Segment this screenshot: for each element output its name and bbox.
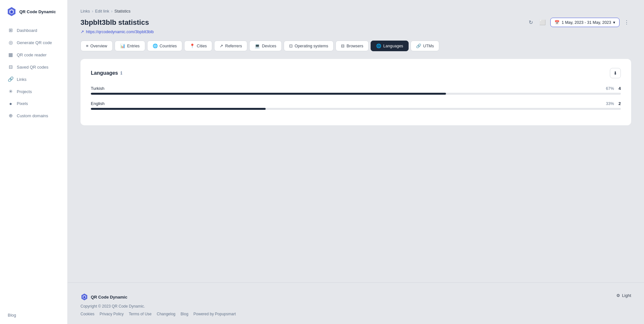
footer-link-changelog[interactable]: Changelog (157, 312, 175, 316)
sidebar-item-blog[interactable]: Blog (0, 306, 67, 324)
language-name: English (91, 101, 105, 106)
footer-logo-icon (80, 293, 88, 301)
footer-link-popupsmart[interactable]: Powered by Popupsmart (194, 312, 236, 316)
statistics-tabs: ≡ Overview 📊 Entries 🌐 Countries 📍 Citie… (80, 41, 631, 51)
theme-toggle-button[interactable]: ⚙ Light (616, 293, 631, 298)
sidebar-item-custom-domains[interactable]: ⊕ Custom domains (4, 110, 63, 121)
sidebar-logo-text: QR Code Dynamic (19, 9, 56, 14)
tab-referrers[interactable]: ↗ Referrers (214, 41, 247, 51)
browsers-icon: ⊟ (341, 43, 345, 48)
overview-icon: ≡ (86, 43, 89, 48)
tab-browsers-label: Browsers (346, 44, 363, 48)
tab-devices[interactable]: 💻 Devices (249, 41, 281, 51)
tab-overview-label: Overview (90, 44, 107, 48)
info-icon[interactable]: ℹ (120, 71, 122, 76)
footer-brand-text: QR Code Dynamic (91, 295, 127, 300)
utms-icon: 🔗 (416, 43, 421, 48)
header-actions: ↻ ⬜ 📅 1 May, 2023 - 31 May, 2023 ▾ ⋮ (527, 17, 631, 27)
language-bar-background (91, 93, 621, 95)
language-percent: 33% (606, 101, 614, 106)
tab-operating-systems-label: Operating systems (295, 44, 328, 48)
page-header: 3bpblt3blb statistics ↻ ⬜ 📅 1 May, 2023 … (80, 17, 631, 27)
logo-icon (6, 6, 17, 17)
sidebar-item-label: Links (17, 77, 26, 82)
tab-devices-label: Devices (262, 44, 276, 48)
tab-languages-label: Languages (383, 44, 403, 48)
dashboard-icon: ⊞ (8, 27, 14, 33)
sidebar-item-dashboard[interactable]: ⊞ Dashboard (4, 24, 63, 36)
theme-icon: ⚙ (616, 293, 620, 298)
theme-label: Light (622, 293, 631, 298)
referrers-icon: ↗ (220, 43, 223, 48)
chevron-down-icon: ▾ (613, 20, 615, 25)
languages-card: Languages ℹ ⬇ Turkish 67% 4 (80, 59, 631, 125)
tab-utms-label: UTMs (423, 44, 434, 48)
tab-cities[interactable]: 📍 Cities (184, 41, 212, 51)
language-bar-fill (91, 108, 266, 110)
footer-link-cookies[interactable]: Cookies (80, 312, 94, 316)
tab-referrers-label: Referrers (225, 44, 242, 48)
footer-links: Cookies Privacy Policy Terms of Use Chan… (80, 312, 236, 316)
card-title-text: Languages (91, 70, 118, 76)
breadcrumb-edit-link[interactable]: Edit link (95, 9, 109, 14)
entries-icon: 📊 (120, 43, 125, 48)
tab-operating-systems[interactable]: ⊡ Operating systems (284, 41, 334, 51)
footer-top: QR Code Dynamic Copyright © 2023 QR Code… (80, 293, 631, 316)
calendar-icon: 📅 (554, 20, 560, 25)
projects-icon: ✳ (8, 89, 14, 94)
footer-link-privacy[interactable]: Privacy Policy (99, 312, 124, 316)
tab-browsers[interactable]: ⊟ Browsers (336, 41, 369, 51)
sidebar-item-label: Custom domains (17, 113, 48, 118)
page-url-link[interactable]: ↗ https://qrcodedynamic.com/3bpblt3blb (80, 29, 631, 34)
tab-cities-label: Cities (197, 44, 207, 48)
sidebar: QR Code Dynamic ⊞ Dashboard ◎ Generate Q… (0, 0, 68, 324)
tab-countries-label: Countries (160, 44, 177, 48)
breadcrumb-sep-1: › (92, 9, 93, 14)
sidebar-item-links[interactable]: 🔗 Links (4, 73, 63, 85)
footer-brand: QR Code Dynamic (80, 293, 236, 301)
language-bar-fill (91, 93, 446, 95)
card-title: Languages ℹ (91, 70, 122, 76)
footer-link-terms[interactable]: Terms of Use (129, 312, 152, 316)
tab-countries[interactable]: 🌐 Countries (147, 41, 183, 51)
date-range-button[interactable]: 📅 1 May, 2023 - 31 May, 2023 ▾ (550, 18, 620, 27)
sidebar-item-generate-qr[interactable]: ◎ Generate QR code (4, 37, 63, 48)
refresh-button[interactable]: ↻ (527, 17, 535, 27)
tab-entries[interactable]: 📊 Entries (115, 41, 145, 51)
tab-overview[interactable]: ≡ Overview (80, 41, 113, 51)
breadcrumb: Links › Edit link › Statistics (80, 9, 631, 14)
language-bar-background (91, 108, 621, 110)
pixels-icon: ● (8, 101, 14, 106)
sidebar-item-qr-reader[interactable]: ▦ QR code reader (4, 49, 63, 61)
page-url-text: https://qrcodedynamic.com/3bpblt3blb (86, 30, 154, 34)
sidebar-item-label: Pixels (17, 101, 28, 106)
language-row-header: English 33% 2 (91, 101, 621, 106)
sidebar-navigation: ⊞ Dashboard ◎ Generate QR code ▦ QR code… (0, 24, 67, 306)
sidebar-item-projects[interactable]: ✳ Projects (4, 86, 63, 97)
breadcrumb-sep-2: › (111, 9, 112, 14)
language-row-header: Turkish 67% 4 (91, 86, 621, 91)
date-range-label: 1 May, 2023 - 31 May, 2023 (562, 20, 611, 25)
footer-link-blog[interactable]: Blog (181, 312, 188, 316)
main-content: Links › Edit link › Statistics 3bpblt3bl… (68, 0, 644, 324)
links-icon: 🔗 (8, 76, 14, 82)
tab-utms[interactable]: 🔗 UTMs (411, 41, 439, 51)
footer-copyright: Copyright © 2023 QR Code Dynamic. (80, 304, 236, 309)
qr-reader-icon: ▦ (8, 52, 14, 58)
sidebar-item-label: Projects (17, 89, 32, 94)
language-percent: 67% (606, 86, 614, 91)
language-row-english: English 33% 2 (91, 101, 621, 110)
sidebar-item-saved-qr[interactable]: ⊟ Saved QR codes (4, 61, 63, 73)
footer: QR Code Dynamic Copyright © 2023 QR Code… (68, 282, 644, 324)
export-button[interactable]: ⬜ (537, 17, 548, 27)
tab-languages[interactable]: 🌐 Languages (371, 41, 409, 51)
external-link-icon: ↗ (80, 29, 84, 34)
sidebar-logo: QR Code Dynamic (0, 0, 67, 24)
sidebar-item-pixels[interactable]: ● Pixels (4, 98, 63, 109)
language-count: 2 (619, 101, 621, 106)
breadcrumb-links[interactable]: Links (80, 9, 90, 14)
download-button[interactable]: ⬇ (610, 68, 621, 78)
footer-left: QR Code Dynamic Copyright © 2023 QR Code… (80, 293, 236, 316)
sidebar-item-label: Dashboard (17, 28, 37, 33)
more-options-button[interactable]: ⋮ (622, 17, 631, 27)
